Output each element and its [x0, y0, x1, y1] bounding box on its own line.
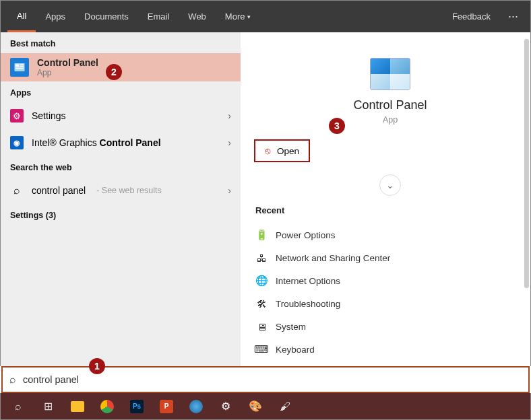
web-result[interactable]: ⌕ control panel - See web results ›: [1, 177, 241, 204]
app-result-intel-graphics[interactable]: ◉ Intel® Graphics Control Panel ›: [1, 129, 241, 156]
search-bar[interactable]: 1 ⌕: [1, 366, 530, 393]
chevron-down-icon: ▾: [247, 13, 251, 20]
iobit-icon: [189, 400, 203, 413]
label-bold: Control Panel: [100, 137, 161, 148]
recent-item-network[interactable]: 🖧 Network and Sharing Center: [250, 246, 530, 269]
main-area: Best match Control Panel App 2 Apps ⚙ Se…: [0, 32, 531, 366]
chrome-icon: [100, 400, 114, 413]
recent-header: Recent: [255, 205, 530, 215]
photoshop-icon: Ps: [130, 400, 144, 413]
open-icon: ⎋: [265, 145, 270, 156]
taskbar-powerpoint-button[interactable]: P: [152, 393, 181, 420]
troubleshoot-icon: 🛠: [255, 298, 268, 310]
preview-app-icon: [370, 58, 410, 90]
recent-label: Power Options: [276, 230, 336, 240]
mspaint-icon: 🖌: [277, 398, 293, 415]
system-icon: 🖥: [255, 320, 268, 332]
svg-rect-4: [15, 68, 24, 69]
search-icon: ⌕: [10, 398, 26, 415]
taskbar-taskview-button[interactable]: ⊞: [33, 393, 63, 420]
network-icon: 🖧: [255, 252, 268, 264]
chevron-right-icon: ›: [228, 110, 231, 121]
recent-label: System: [276, 322, 306, 332]
taskview-icon: ⊞: [40, 398, 56, 415]
app-label: Intel® Graphics Control Panel: [32, 137, 161, 148]
recent-item-power-options[interactable]: 🔋 Power Options: [250, 223, 530, 246]
more-actions-button[interactable]: ···: [503, 9, 524, 24]
recent-label: Keyboard: [276, 345, 315, 355]
tab-web[interactable]: Web: [179, 1, 216, 32]
chevron-right-icon: ›: [228, 137, 231, 148]
recent-item-system[interactable]: 🖥 System: [250, 315, 530, 338]
search-icon: ⌕: [10, 184, 24, 197]
svg-rect-3: [20, 66, 24, 67]
recent-label: Network and Sharing Center: [276, 253, 390, 263]
chevron-down-icon: ⌄: [386, 180, 394, 190]
tab-more-label: More: [225, 11, 245, 22]
search-web-header: Search the web: [1, 156, 241, 177]
annotation-badge-3: 3: [329, 118, 345, 134]
label-prefix: Intel® Graphics: [32, 137, 100, 148]
power-icon: 🔋: [255, 229, 268, 241]
top-nav-tabs: All Apps Documents Email Web More ▾: [7, 1, 260, 32]
top-nav: All Apps Documents Email Web More ▾ Feed…: [0, 0, 531, 32]
taskbar-paint3d-button[interactable]: 🎨: [241, 393, 270, 420]
tab-apps[interactable]: Apps: [36, 1, 75, 32]
tab-all[interactable]: All: [7, 1, 36, 32]
recent-label: Troubleshooting: [276, 299, 340, 309]
preview-pane: Control Panel App 3 ⎋ Open ⌄ Recent 🔋 Po…: [241, 32, 530, 366]
annotation-badge-2: 2: [106, 64, 122, 80]
taskbar-mspaint-button[interactable]: 🖌: [270, 393, 300, 420]
results-pane: Best match Control Panel App 2 Apps ⚙ Se…: [1, 32, 241, 366]
search-input[interactable]: [23, 374, 522, 385]
svg-rect-2: [20, 65, 24, 66]
recent-item-keyboard[interactable]: ⌨ Keyboard: [250, 338, 530, 361]
settings-header: Settings (3): [1, 204, 241, 225]
gear-icon: ⚙: [218, 398, 234, 415]
taskbar-iobit-button[interactable]: [181, 393, 211, 420]
search-icon: ⌕: [9, 374, 16, 386]
taskbar-chrome-button[interactable]: [92, 393, 122, 420]
svg-rect-1: [15, 65, 19, 67]
tab-email[interactable]: Email: [138, 1, 179, 32]
keyboard-icon: ⌨: [255, 343, 268, 355]
open-button[interactable]: ⎋ Open: [254, 139, 310, 162]
paint3d-icon: 🎨: [247, 398, 263, 415]
recent-item-internet-options[interactable]: 🌐 Internet Options: [250, 269, 530, 292]
folder-icon: [71, 401, 84, 412]
taskbar-settings-button[interactable]: ⚙: [211, 393, 241, 420]
scrollbar[interactable]: [524, 39, 529, 288]
best-match-result[interactable]: Control Panel App 2: [1, 53, 241, 81]
recent-label: Internet Options: [276, 276, 340, 286]
intel-icon: ◉: [10, 136, 24, 149]
top-nav-right: Feedback ···: [452, 9, 524, 24]
powerpoint-icon: P: [160, 400, 173, 413]
apps-header: Apps: [1, 81, 241, 102]
web-suffix: - See web results: [96, 186, 162, 195]
taskbar-search-button[interactable]: ⌕: [3, 393, 33, 420]
annotation-badge-1: 1: [89, 358, 105, 374]
feedback-button[interactable]: Feedback: [452, 11, 491, 22]
taskbar-explorer-button[interactable]: [63, 393, 92, 420]
chevron-right-icon: ›: [228, 185, 231, 196]
tab-documents[interactable]: Documents: [75, 1, 138, 32]
preview-title: Control Panel: [250, 98, 530, 112]
taskbar-photoshop-button[interactable]: Ps: [122, 393, 152, 420]
preview-subtitle: App: [250, 115, 530, 125]
web-query: control panel: [32, 185, 86, 196]
best-match-title: Control Panel: [37, 57, 98, 68]
recent-item-troubleshooting[interactable]: 🛠 Troubleshooting: [250, 292, 530, 315]
recent-list: 🔋 Power Options 🖧 Network and Sharing Ce…: [250, 223, 530, 361]
best-match-header: Best match: [1, 32, 241, 53]
app-result-settings[interactable]: ⚙ Settings ›: [1, 102, 241, 129]
app-label: Settings: [32, 110, 66, 121]
tab-more[interactable]: More ▾: [216, 1, 260, 32]
expand-chevron-button[interactable]: ⌄: [379, 174, 401, 196]
best-match-subtitle: App: [37, 68, 98, 77]
globe-icon: 🌐: [255, 275, 268, 287]
open-label: Open: [277, 146, 299, 156]
control-panel-icon: [10, 58, 29, 77]
gear-icon: ⚙: [10, 109, 24, 123]
taskbar: ⌕ ⊞ Ps P ⚙ 🎨 🖌: [0, 393, 531, 420]
best-match-text: Control Panel App: [37, 57, 98, 77]
